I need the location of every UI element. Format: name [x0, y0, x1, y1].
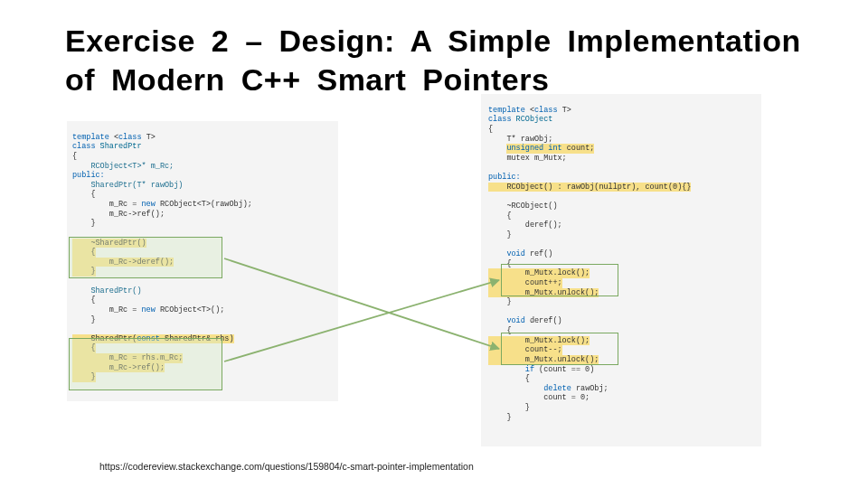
code-block-rcobject: template <class T> class RCObject { T* r…: [481, 94, 761, 446]
kw: template: [72, 133, 109, 142]
highlight-deref-body: m_Mutx.lock();: [488, 336, 590, 346]
highlight-copyctor: SharedPtr(const SharedPtr& rhs): [72, 334, 234, 344]
highlight-destructor: ~SharedPtr(): [72, 239, 146, 249]
highlight-ctor: RCObject() : rawObj(nullptr), count(0){}: [488, 183, 691, 192]
highlight-count-decl: unsigned int count;: [506, 144, 594, 154]
highlight-ref-body: m_Mutx.lock();: [488, 268, 590, 278]
source-url: https://codereview.stackexchange.com/que…: [99, 461, 474, 472]
code-block-sharedptr: template <class T> class SharedPtr { RCO…: [67, 121, 338, 401]
page-title: Exercise 2 – Design: A Simple Implementa…: [65, 22, 807, 99]
